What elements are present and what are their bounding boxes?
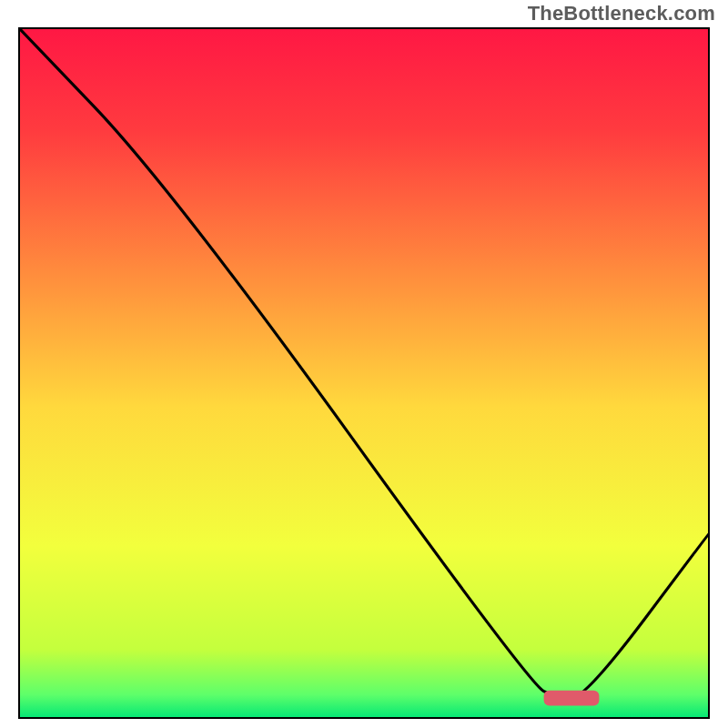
optimal-range-marker (544, 691, 600, 706)
watermark-text: TheBottleneck.com (528, 2, 715, 25)
chart-container: TheBottleneck.com (0, 0, 728, 728)
bottleneck-chart (18, 27, 710, 719)
plot-area (18, 27, 710, 719)
gradient-background (18, 27, 710, 719)
